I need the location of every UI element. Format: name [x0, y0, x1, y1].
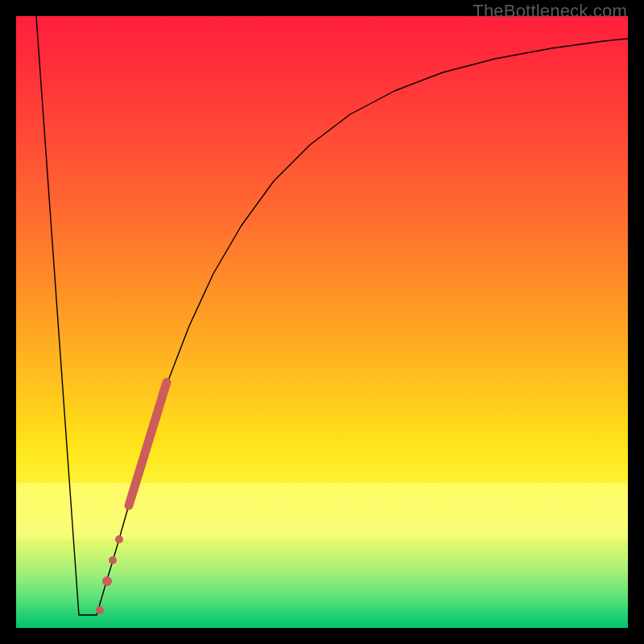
- curve-marker-dot: [96, 606, 104, 614]
- curve-marker-dot: [102, 576, 112, 586]
- emphasis-segment: [129, 382, 167, 506]
- plot-svg: [16, 16, 628, 628]
- curve-marker-dot: [115, 535, 123, 543]
- chart-stage: TheBottleneck.com: [0, 0, 644, 644]
- curve-marker-dot: [109, 556, 117, 564]
- bottleneck-curve: [36, 16, 628, 615]
- watermark-text: TheBottleneck.com: [473, 1, 627, 22]
